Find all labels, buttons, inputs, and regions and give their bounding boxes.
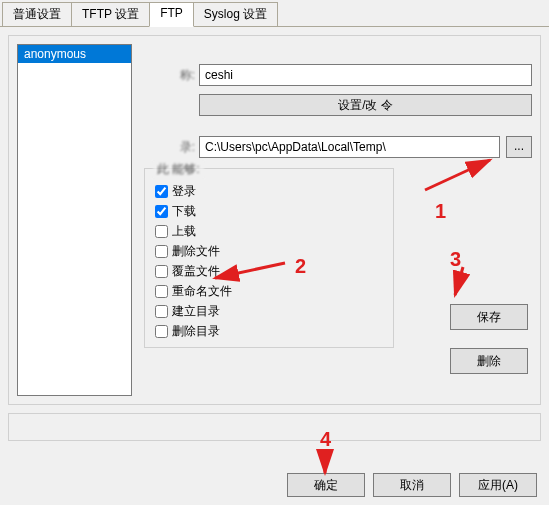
permissions-group: 此 能够: 登录 下载 上载 删除文件 bbox=[144, 168, 394, 348]
user-item-anonymous[interactable]: anonymous bbox=[18, 45, 131, 63]
user-list[interactable]: anonymous bbox=[17, 44, 132, 396]
perm-rename-file-label: 重命名文件 bbox=[172, 283, 232, 300]
perm-overwrite-file-checkbox[interactable] bbox=[155, 265, 168, 278]
perm-rename-file-checkbox[interactable] bbox=[155, 285, 168, 298]
perm-delete-file-checkbox[interactable] bbox=[155, 245, 168, 258]
perm-create-dir-checkbox[interactable] bbox=[155, 305, 168, 318]
tab-ftp[interactable]: FTP bbox=[149, 2, 194, 27]
browse-button[interactable]: ... bbox=[506, 136, 532, 158]
ftp-panel: anonymous 称: 设置/改 令 录: ... 此 能够: 登录 bbox=[8, 35, 541, 405]
save-button[interactable]: 保存 bbox=[450, 304, 528, 330]
permissions-title: 此 能够: bbox=[153, 161, 204, 178]
perm-create-dir-label: 建立目录 bbox=[172, 303, 220, 320]
perm-delete-dir-label: 删除目录 bbox=[172, 323, 220, 340]
perm-login[interactable]: 登录 bbox=[155, 183, 383, 200]
perm-overwrite-file-label: 覆盖文件 bbox=[172, 263, 220, 280]
perm-overwrite-file[interactable]: 覆盖文件 bbox=[155, 263, 383, 280]
perm-login-checkbox[interactable] bbox=[155, 185, 168, 198]
dir-row: 录: ... bbox=[144, 136, 532, 158]
user-settings: 称: 设置/改 令 录: ... 此 能够: 登录 下载 bbox=[132, 44, 532, 396]
tab-bar: 普通设置 TFTP 设置 FTP Syslog 设置 bbox=[0, 0, 549, 27]
perm-login-label: 登录 bbox=[172, 183, 196, 200]
side-buttons: 保存 删除 bbox=[450, 304, 528, 392]
tab-general[interactable]: 普通设置 bbox=[2, 2, 72, 26]
status-bar bbox=[8, 413, 541, 441]
perm-rename-file[interactable]: 重命名文件 bbox=[155, 283, 383, 300]
dir-label: 录: bbox=[144, 139, 199, 156]
perm-download-label: 下载 bbox=[172, 203, 196, 220]
perm-upload[interactable]: 上载 bbox=[155, 223, 383, 240]
perm-delete-dir[interactable]: 删除目录 bbox=[155, 323, 383, 340]
name-row: 称: bbox=[144, 64, 532, 86]
cancel-button[interactable]: 取消 bbox=[373, 473, 451, 497]
tab-tftp[interactable]: TFTP 设置 bbox=[71, 2, 150, 26]
tab-content: anonymous 称: 设置/改 令 录: ... 此 能够: 登录 bbox=[0, 27, 549, 467]
perm-create-dir[interactable]: 建立目录 bbox=[155, 303, 383, 320]
perm-upload-checkbox[interactable] bbox=[155, 225, 168, 238]
perm-download-checkbox[interactable] bbox=[155, 205, 168, 218]
delete-button[interactable]: 删除 bbox=[450, 348, 528, 374]
name-label: 称: bbox=[144, 67, 199, 84]
name-input[interactable] bbox=[199, 64, 532, 86]
perm-delete-file-label: 删除文件 bbox=[172, 243, 220, 260]
perm-download[interactable]: 下载 bbox=[155, 203, 383, 220]
apply-button[interactable]: 应用(A) bbox=[459, 473, 537, 497]
ok-button[interactable]: 确定 bbox=[287, 473, 365, 497]
perm-upload-label: 上载 bbox=[172, 223, 196, 240]
perm-delete-file[interactable]: 删除文件 bbox=[155, 243, 383, 260]
perm-delete-dir-checkbox[interactable] bbox=[155, 325, 168, 338]
set-password-button[interactable]: 设置/改 令 bbox=[199, 94, 532, 116]
tab-syslog[interactable]: Syslog 设置 bbox=[193, 2, 278, 26]
dialog-buttons: 确定 取消 应用(A) bbox=[287, 473, 537, 497]
dir-input[interactable] bbox=[199, 136, 500, 158]
